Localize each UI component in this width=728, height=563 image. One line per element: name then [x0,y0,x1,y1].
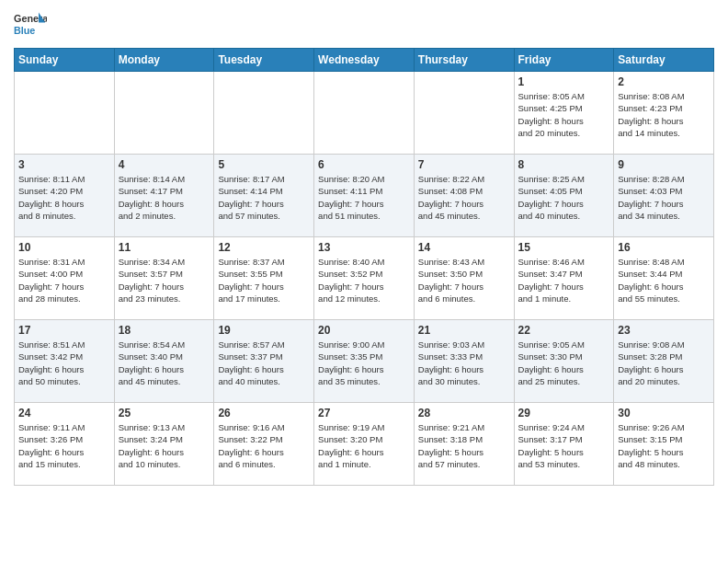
calendar-cell: 9Sunrise: 8:28 AM Sunset: 4:03 PM Daylig… [614,155,714,237]
day-info: Sunrise: 8:20 AM Sunset: 4:11 PM Dayligh… [318,173,410,222]
day-info: Sunrise: 8:11 AM Sunset: 4:20 PM Dayligh… [18,173,110,222]
day-number: 19 [218,324,310,337]
day-number: 26 [218,407,310,419]
day-number: 20 [318,324,410,337]
calendar-cell: 2Sunrise: 8:08 AM Sunset: 4:23 PM Daylig… [614,72,714,155]
weekday-header-saturday: Saturday [614,49,714,72]
day-number: 25 [119,407,210,419]
calendar-cell: 8Sunrise: 8:25 AM Sunset: 4:05 PM Daylig… [514,155,614,237]
day-info: Sunrise: 9:16 AM Sunset: 3:22 PM Dayligh… [218,421,310,470]
day-info: Sunrise: 8:40 AM Sunset: 3:52 PM Dayligh… [318,256,410,304]
calendar-table: SundayMondayTuesdayWednesdayThursdayFrid… [14,48,714,486]
day-number: 1 [518,75,610,88]
calendar-cell: 27Sunrise: 9:19 AM Sunset: 3:20 PM Dayli… [314,403,415,486]
calendar-cell: 7Sunrise: 8:22 AM Sunset: 4:08 PM Daylig… [414,155,514,237]
calendar-cell: 5Sunrise: 8:17 AM Sunset: 4:14 PM Daylig… [214,155,314,237]
day-info: Sunrise: 8:22 AM Sunset: 4:08 PM Dayligh… [418,173,510,222]
calendar-cell: 11Sunrise: 8:34 AM Sunset: 3:57 PM Dayli… [114,237,214,320]
day-info: Sunrise: 8:14 AM Sunset: 4:17 PM Dayligh… [119,173,210,222]
day-info: Sunrise: 8:54 AM Sunset: 3:40 PM Dayligh… [119,339,210,387]
weekday-header-wednesday: Wednesday [314,49,415,72]
calendar-week-1: 1Sunrise: 8:05 AM Sunset: 4:25 PM Daylig… [15,72,714,155]
day-info: Sunrise: 9:19 AM Sunset: 3:20 PM Dayligh… [318,421,410,470]
weekday-header-sunday: Sunday [15,49,115,72]
day-info: Sunrise: 9:13 AM Sunset: 3:24 PM Dayligh… [119,421,210,470]
day-number: 28 [418,407,510,419]
day-number: 12 [218,241,310,254]
day-number: 17 [18,324,110,337]
calendar-cell: 22Sunrise: 9:05 AM Sunset: 3:30 PM Dayli… [514,320,614,403]
day-info: Sunrise: 8:34 AM Sunset: 3:57 PM Dayligh… [119,256,210,304]
day-number: 18 [119,324,210,337]
day-info: Sunrise: 8:48 AM Sunset: 3:44 PM Dayligh… [618,256,710,304]
day-number: 7 [418,158,510,171]
weekday-header-row: SundayMondayTuesdayWednesdayThursdayFrid… [15,49,714,72]
calendar-cell: 29Sunrise: 9:24 AM Sunset: 3:17 PM Dayli… [514,403,614,486]
day-number: 13 [318,241,410,254]
day-info: Sunrise: 9:11 AM Sunset: 3:26 PM Dayligh… [18,421,110,470]
weekday-header-tuesday: Tuesday [214,49,314,72]
calendar-cell: 20Sunrise: 9:00 AM Sunset: 3:35 PM Dayli… [314,320,415,403]
calendar-cell: 14Sunrise: 8:43 AM Sunset: 3:50 PM Dayli… [414,237,514,320]
day-info: Sunrise: 8:43 AM Sunset: 3:50 PM Dayligh… [418,256,510,304]
calendar-cell: 6Sunrise: 8:20 AM Sunset: 4:11 PM Daylig… [314,155,415,237]
day-number: 15 [518,241,610,254]
day-number: 23 [618,324,710,337]
calendar-cell: 3Sunrise: 8:11 AM Sunset: 4:20 PM Daylig… [15,155,115,237]
day-info: Sunrise: 9:05 AM Sunset: 3:30 PM Dayligh… [518,339,610,387]
calendar-cell: 15Sunrise: 8:46 AM Sunset: 3:47 PM Dayli… [514,237,614,320]
logo-icon: GeneralBlue [14,9,47,42]
calendar-cell: 30Sunrise: 9:26 AM Sunset: 3:15 PM Dayli… [614,403,714,486]
calendar-cell: 12Sunrise: 8:37 AM Sunset: 3:55 PM Dayli… [214,237,314,320]
day-info: Sunrise: 9:08 AM Sunset: 3:28 PM Dayligh… [618,339,710,387]
calendar-cell: 24Sunrise: 9:11 AM Sunset: 3:26 PM Dayli… [15,403,115,486]
calendar-cell: 16Sunrise: 8:48 AM Sunset: 3:44 PM Dayli… [614,237,714,320]
day-info: Sunrise: 8:05 AM Sunset: 4:25 PM Dayligh… [518,90,610,139]
calendar-cell: 4Sunrise: 8:14 AM Sunset: 4:17 PM Daylig… [114,155,214,237]
day-number: 30 [618,407,710,419]
day-number: 10 [18,241,110,254]
day-number: 21 [418,324,510,337]
calendar-cell: 21Sunrise: 9:03 AM Sunset: 3:33 PM Dayli… [414,320,514,403]
day-number: 5 [218,158,310,171]
calendar-cell: 1Sunrise: 8:05 AM Sunset: 4:25 PM Daylig… [514,72,614,155]
calendar-week-4: 17Sunrise: 8:51 AM Sunset: 3:42 PM Dayli… [15,320,714,403]
day-info: Sunrise: 9:03 AM Sunset: 3:33 PM Dayligh… [418,339,510,387]
day-info: Sunrise: 8:08 AM Sunset: 4:23 PM Dayligh… [618,90,710,139]
calendar-cell: 17Sunrise: 8:51 AM Sunset: 3:42 PM Dayli… [15,320,115,403]
calendar-cell: 23Sunrise: 9:08 AM Sunset: 3:28 PM Dayli… [614,320,714,403]
calendar-cell: 18Sunrise: 8:54 AM Sunset: 3:40 PM Dayli… [114,320,214,403]
day-info: Sunrise: 9:26 AM Sunset: 3:15 PM Dayligh… [618,421,710,470]
day-number: 6 [318,158,410,171]
calendar-cell [214,72,314,155]
calendar-cell: 25Sunrise: 9:13 AM Sunset: 3:24 PM Dayli… [114,403,214,486]
day-info: Sunrise: 8:17 AM Sunset: 4:14 PM Dayligh… [218,173,310,222]
calendar-week-2: 3Sunrise: 8:11 AM Sunset: 4:20 PM Daylig… [15,155,714,237]
day-number: 27 [318,407,410,419]
day-number: 22 [518,324,610,337]
calendar-week-3: 10Sunrise: 8:31 AM Sunset: 4:00 PM Dayli… [15,237,714,320]
day-number: 11 [119,241,210,254]
day-info: Sunrise: 9:24 AM Sunset: 3:17 PM Dayligh… [518,421,610,470]
logo: GeneralBlue [14,9,47,42]
day-info: Sunrise: 8:31 AM Sunset: 4:00 PM Dayligh… [18,256,110,304]
day-number: 8 [518,158,610,171]
page-header: GeneralBlue [14,9,714,42]
day-number: 29 [518,407,610,419]
weekday-header-monday: Monday [114,49,214,72]
calendar-cell [114,72,214,155]
day-info: Sunrise: 8:25 AM Sunset: 4:05 PM Dayligh… [518,173,610,222]
calendar-cell: 26Sunrise: 9:16 AM Sunset: 3:22 PM Dayli… [214,403,314,486]
day-number: 9 [618,158,710,171]
calendar-cell [414,72,514,155]
day-info: Sunrise: 8:37 AM Sunset: 3:55 PM Dayligh… [218,256,310,304]
day-info: Sunrise: 8:28 AM Sunset: 4:03 PM Dayligh… [618,173,710,222]
day-info: Sunrise: 9:21 AM Sunset: 3:18 PM Dayligh… [418,421,510,470]
weekday-header-thursday: Thursday [414,49,514,72]
day-info: Sunrise: 8:51 AM Sunset: 3:42 PM Dayligh… [18,339,110,387]
day-number: 14 [418,241,510,254]
day-info: Sunrise: 9:00 AM Sunset: 3:35 PM Dayligh… [318,339,410,387]
weekday-header-friday: Friday [514,49,614,72]
calendar-cell [15,72,115,155]
calendar-cell: 19Sunrise: 8:57 AM Sunset: 3:37 PM Dayli… [214,320,314,403]
